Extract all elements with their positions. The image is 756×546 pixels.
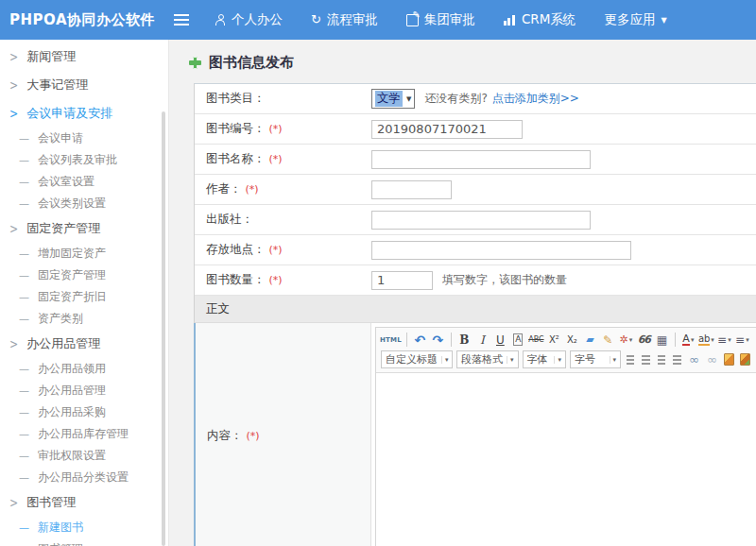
sidebar-item-section[interactable]: >固定资产管理 bbox=[0, 214, 168, 243]
align-justify-icon[interactable] bbox=[673, 355, 680, 365]
form-row: 图书编号：(*) bbox=[195, 114, 756, 145]
required-mark: (*) bbox=[269, 274, 283, 286]
sidebar-item-sub[interactable]: —办公用品领用 bbox=[0, 358, 168, 380]
editor-content-area[interactable] bbox=[376, 373, 756, 546]
sidebar-item-section[interactable]: >新闻管理 bbox=[0, 43, 168, 71]
form-label-cell: 作者：(*) bbox=[195, 181, 369, 197]
select-value: 自定义标题 bbox=[386, 352, 438, 367]
unordered-list-icon[interactable]: ≡▾ bbox=[734, 332, 750, 348]
ordered-list-icon[interactable]: ≡▾ bbox=[716, 332, 732, 348]
sidebar-item-sub[interactable]: —会议列表及审批 bbox=[0, 149, 168, 171]
insert-map-icon[interactable] bbox=[740, 353, 750, 366]
sidebar-item-section[interactable]: >大事记管理 bbox=[0, 71, 168, 99]
font-size-select[interactable]: 字号▾ bbox=[570, 350, 621, 368]
body-section-header: 正文 bbox=[195, 296, 756, 323]
align-right-icon[interactable] bbox=[658, 355, 665, 365]
redo-icon[interactable]: ↷ bbox=[430, 332, 446, 348]
topnav-item-1[interactable]: ↻流程审批 bbox=[311, 11, 378, 28]
font-border-icon-glyph: A bbox=[513, 333, 523, 346]
sidebar-item-sub[interactable]: —审批权限设置 bbox=[0, 445, 168, 467]
strikethrough-icon[interactable]: ABC bbox=[528, 332, 544, 348]
sidebar-item-sub[interactable]: —办公用品库存管理 bbox=[0, 423, 168, 445]
sidebar-item-sub[interactable]: —增加固定资产 bbox=[0, 243, 168, 264]
author-input[interactable] bbox=[371, 180, 452, 199]
editor-toolbar: HTML↶↷BIUAABCX²X₂▰✎✲▾66▦A▾ab▾≡▾≡▾ 自定义标题▾… bbox=[376, 328, 756, 373]
sidebar-item-label: 会议列表及审批 bbox=[38, 152, 117, 168]
caret-down-icon: ▼ bbox=[661, 16, 666, 25]
sidebar-item-sub[interactable]: —办公用品采购 bbox=[0, 401, 168, 423]
topnav-item-0[interactable]: 个人办公 bbox=[215, 11, 283, 28]
sidebar-item-sub[interactable]: —图书管理 bbox=[0, 538, 168, 546]
bold-icon[interactable]: B bbox=[456, 332, 472, 348]
sidebar-item-sub[interactable]: —固定资产折旧 bbox=[0, 286, 168, 308]
publisher-input[interactable] bbox=[371, 211, 591, 230]
page-title: 图书信息发布 bbox=[209, 54, 294, 72]
sidebar-item-section[interactable]: >办公用品管理 bbox=[0, 330, 168, 358]
location-input[interactable] bbox=[371, 241, 631, 260]
superscript-icon[interactable]: X² bbox=[546, 332, 562, 348]
topnav-item-4[interactable]: 更多应用▼ bbox=[604, 11, 666, 28]
eraser-icon[interactable]: ▰ bbox=[582, 332, 598, 348]
sidebar-item-sub[interactable]: —固定资产管理 bbox=[0, 264, 168, 286]
book-category-select[interactable]: 文学▼ bbox=[371, 89, 415, 109]
sidebar-item-sub[interactable]: —新建图书 bbox=[0, 517, 168, 538]
sidebar-scrollbar[interactable] bbox=[162, 111, 165, 546]
sidebar-item-sub[interactable]: —会议类别设置 bbox=[0, 193, 168, 214]
top-nav: 个人办公↻流程审批集团审批CRM系统更多应用▼ bbox=[215, 11, 667, 28]
topnav-item-3[interactable]: CRM系统 bbox=[504, 11, 576, 28]
link-icon-glyph: ∞ bbox=[689, 352, 699, 367]
unlink-icon[interactable]: ∞ bbox=[704, 351, 720, 367]
custom-title-select[interactable]: 自定义标题▾ bbox=[381, 350, 453, 368]
hamburger-menu-icon[interactable] bbox=[174, 14, 189, 26]
underline-icon[interactable]: U bbox=[492, 332, 508, 348]
toolbar-separator bbox=[451, 333, 452, 347]
sidebar-item-sub[interactable]: —办公用品管理 bbox=[0, 380, 168, 401]
font-border-icon[interactable]: A bbox=[510, 332, 526, 348]
sidebar-item-label: 办公用品分类设置 bbox=[38, 469, 129, 486]
italic-icon[interactable]: I bbox=[474, 332, 490, 348]
insert-image-icon[interactable] bbox=[724, 353, 734, 366]
chevron-right-icon: > bbox=[9, 77, 18, 93]
content-label-cell: 内容： (*) bbox=[196, 323, 370, 546]
form-field-cell: 填写数字，该图书的数量 bbox=[369, 267, 756, 294]
sidebar-item-section[interactable]: >图书管理 bbox=[0, 488, 168, 517]
sidebar-item-sub[interactable]: —资产类别 bbox=[0, 308, 168, 330]
source-code-button-glyph: HTML bbox=[380, 336, 402, 344]
blockquote-icon[interactable]: 66 bbox=[636, 332, 652, 348]
subscript-icon-glyph: X₂ bbox=[567, 334, 577, 345]
spellcheck-icon[interactable]: ✲▾ bbox=[618, 332, 634, 348]
sidebar-item-sub[interactable]: —办公用品分类设置 bbox=[0, 467, 168, 488]
form-label: 图书数量： bbox=[206, 272, 266, 286]
subscript-icon[interactable]: X₂ bbox=[564, 332, 580, 348]
toolbar-separator bbox=[406, 333, 407, 347]
topnav-item-2[interactable]: 集团审批 bbox=[406, 11, 475, 28]
required-mark: (*) bbox=[246, 183, 259, 196]
sidebar-item-label: 会议申请 bbox=[38, 130, 83, 146]
link-icon[interactable]: ∞ bbox=[686, 351, 702, 367]
sidebar-item-section[interactable]: >会议申请及安排 bbox=[0, 99, 168, 128]
sidebar-item-label: 图书管理 bbox=[38, 541, 83, 546]
paragraph-format-select[interactable]: 段落格式▾ bbox=[456, 350, 519, 368]
highlight-color-icon[interactable]: ab▾ bbox=[698, 332, 714, 348]
align-left-icon[interactable] bbox=[627, 355, 634, 365]
underline-icon-glyph: U bbox=[496, 333, 505, 347]
dash-icon: — bbox=[19, 521, 29, 534]
font-color-icon-glyph: A bbox=[682, 334, 690, 346]
sidebar-item-sub[interactable]: —会议室设置 bbox=[0, 171, 168, 193]
topnav-item-label: 更多应用 bbox=[604, 11, 655, 28]
book-no-input[interactable] bbox=[371, 120, 523, 139]
align-center-icon[interactable] bbox=[642, 355, 649, 365]
undo-icon[interactable]: ↶ bbox=[412, 332, 428, 348]
source-code-button[interactable]: HTML bbox=[380, 332, 402, 348]
font-color-icon[interactable]: A▾ bbox=[680, 332, 696, 348]
font-family-select[interactable]: 字体▾ bbox=[523, 350, 566, 368]
form-label: 图书名称： bbox=[206, 151, 266, 165]
add-category-link[interactable]: 点击添加类别>> bbox=[492, 91, 579, 107]
quantity-input[interactable] bbox=[371, 271, 433, 290]
paste-table-icon[interactable]: ▦ bbox=[654, 332, 670, 348]
sidebar-item-sub[interactable]: —会议申请 bbox=[0, 128, 168, 149]
sidebar-item-label: 新闻管理 bbox=[26, 48, 76, 65]
format-brush-icon[interactable]: ✎ bbox=[600, 332, 616, 348]
sidebar-item-label: 固定资产折旧 bbox=[38, 289, 106, 305]
book-name-input[interactable] bbox=[371, 150, 591, 169]
